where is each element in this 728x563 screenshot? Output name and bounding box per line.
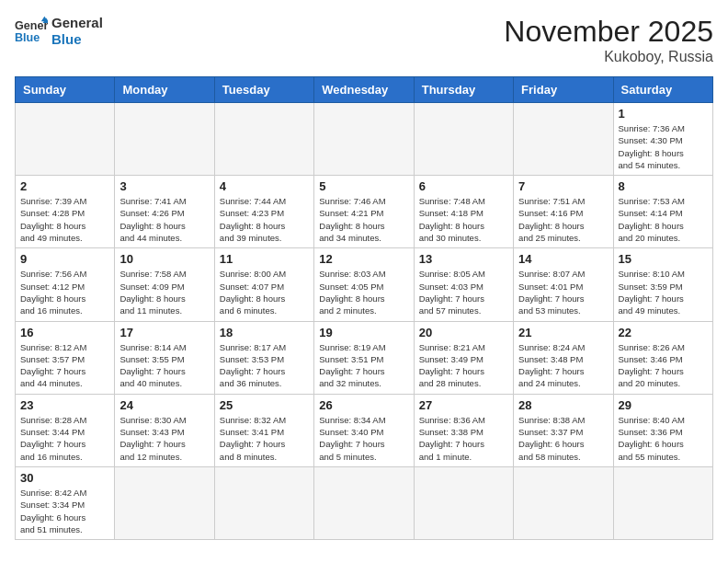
logo-blue: Blue [51,31,103,48]
day-info: Sunrise: 8:10 AM Sunset: 3:59 PM Dayligh… [619,268,708,316]
day-info: Sunrise: 7:36 AM Sunset: 4:30 PM Dayligh… [619,122,708,171]
day-info: Sunrise: 8:00 AM Sunset: 4:07 PM Dayligh… [220,268,309,316]
day-number: 20 [419,326,508,339]
day-number: 18 [220,326,309,339]
day-info: Sunrise: 8:05 AM Sunset: 4:03 PM Dayligh… [419,268,508,316]
day-info: Sunrise: 8:21 AM Sunset: 3:49 PM Dayligh… [419,341,508,390]
calendar-cell [16,103,115,176]
calendar-header-saturday: Saturday [613,77,712,103]
day-number: 22 [619,326,708,339]
day-info: Sunrise: 8:17 AM Sunset: 3:53 PM Dayligh… [220,341,309,390]
day-info: Sunrise: 8:28 AM Sunset: 3:44 PM Dayligh… [20,414,109,463]
logo: General Blue General Blue [15,15,103,48]
calendar-cell: 5Sunrise: 7:46 AM Sunset: 4:21 PM Daylig… [314,176,414,248]
calendar-week-row: 16Sunrise: 8:12 AM Sunset: 3:57 PM Dayli… [16,321,713,394]
calendar-cell: 15Sunrise: 8:10 AM Sunset: 3:59 PM Dayli… [613,248,712,321]
day-number: 14 [518,252,608,266]
day-info: Sunrise: 8:19 AM Sunset: 3:51 PM Dayligh… [319,341,408,390]
calendar-cell: 27Sunrise: 8:36 AM Sunset: 3:38 PM Dayli… [414,394,513,466]
calendar-cell: 12Sunrise: 8:03 AM Sunset: 4:05 PM Dayli… [314,248,414,321]
day-number: 5 [319,179,408,193]
calendar-cell: 8Sunrise: 7:53 AM Sunset: 4:14 PM Daylig… [613,176,712,248]
day-number: 19 [319,326,408,339]
logo-general: General [51,15,103,31]
calendar-cell [414,103,513,176]
calendar-cell: 6Sunrise: 7:48 AM Sunset: 4:18 PM Daylig… [414,176,513,248]
calendar-cell: 14Sunrise: 8:07 AM Sunset: 4:01 PM Dayli… [514,248,613,321]
calendar-header-friday: Friday [514,77,613,103]
day-number: 3 [119,179,209,193]
day-info: Sunrise: 7:58 AM Sunset: 4:09 PM Dayligh… [119,268,209,316]
calendar-cell: 21Sunrise: 8:24 AM Sunset: 3:48 PM Dayli… [514,321,613,394]
calendar-header-monday: Monday [115,77,214,103]
calendar-cell: 29Sunrise: 8:40 AM Sunset: 3:36 PM Dayli… [613,394,712,466]
day-number: 8 [619,179,708,193]
calendar-cell: 11Sunrise: 8:00 AM Sunset: 4:07 PM Dayli… [214,248,313,321]
day-info: Sunrise: 8:07 AM Sunset: 4:01 PM Dayligh… [518,268,608,316]
day-number: 28 [518,398,608,412]
calendar-cell [214,103,313,176]
calendar-header-row: SundayMondayTuesdayWednesdayThursdayFrid… [16,77,713,103]
calendar-week-row: 9Sunrise: 7:56 AM Sunset: 4:12 PM Daylig… [16,248,713,321]
day-number: 7 [518,179,608,193]
calendar-header-wednesday: Wednesday [314,77,414,103]
calendar-week-row: 23Sunrise: 8:28 AM Sunset: 3:44 PM Dayli… [16,394,713,466]
calendar-header-sunday: Sunday [16,77,115,103]
day-number: 29 [619,398,708,412]
day-number: 21 [518,326,608,339]
day-info: Sunrise: 7:39 AM Sunset: 4:28 PM Dayligh… [20,195,109,244]
calendar-week-row: 30Sunrise: 8:42 AM Sunset: 3:34 PM Dayli… [16,466,713,539]
day-info: Sunrise: 8:38 AM Sunset: 3:37 PM Dayligh… [518,414,608,463]
calendar-header-tuesday: Tuesday [214,77,313,103]
calendar-cell [613,466,712,539]
day-number: 27 [419,398,508,412]
calendar-cell [314,103,414,176]
calendar-cell: 25Sunrise: 8:32 AM Sunset: 3:41 PM Dayli… [214,394,313,466]
day-info: Sunrise: 8:24 AM Sunset: 3:48 PM Dayligh… [518,341,608,390]
day-info: Sunrise: 8:32 AM Sunset: 3:41 PM Dayligh… [220,414,309,463]
calendar-cell: 17Sunrise: 8:14 AM Sunset: 3:55 PM Dayli… [115,321,214,394]
calendar-cell: 23Sunrise: 8:28 AM Sunset: 3:44 PM Dayli… [16,394,115,466]
calendar-cell: 3Sunrise: 7:41 AM Sunset: 4:26 PM Daylig… [115,176,214,248]
calendar-cell: 20Sunrise: 8:21 AM Sunset: 3:49 PM Dayli… [414,321,513,394]
calendar-cell: 28Sunrise: 8:38 AM Sunset: 3:37 PM Dayli… [514,394,613,466]
page-subtitle: Kukoboy, Russia [504,49,713,65]
calendar-cell: 10Sunrise: 7:58 AM Sunset: 4:09 PM Dayli… [115,248,214,321]
day-info: Sunrise: 7:48 AM Sunset: 4:18 PM Dayligh… [419,195,508,244]
calendar-cell [514,103,613,176]
day-number: 25 [220,398,309,412]
calendar-cell [514,466,613,539]
calendar-cell [314,466,414,539]
calendar-week-row: 1Sunrise: 7:36 AM Sunset: 4:30 PM Daylig… [16,103,713,176]
day-info: Sunrise: 7:46 AM Sunset: 4:21 PM Dayligh… [319,195,408,244]
header: General Blue General Blue November 2025 … [15,15,713,65]
day-info: Sunrise: 8:14 AM Sunset: 3:55 PM Dayligh… [119,341,209,390]
day-number: 1 [619,107,708,121]
day-info: Sunrise: 7:53 AM Sunset: 4:14 PM Dayligh… [619,195,708,244]
day-info: Sunrise: 7:44 AM Sunset: 4:23 PM Dayligh… [220,195,309,244]
day-number: 12 [319,252,408,266]
calendar-cell: 19Sunrise: 8:19 AM Sunset: 3:51 PM Dayli… [314,321,414,394]
day-number: 6 [419,179,508,193]
day-number: 4 [220,179,309,193]
day-number: 26 [319,398,408,412]
day-number: 15 [619,252,708,266]
day-info: Sunrise: 7:41 AM Sunset: 4:26 PM Dayligh… [119,195,209,244]
day-info: Sunrise: 7:56 AM Sunset: 4:12 PM Dayligh… [20,268,109,316]
page-title: November 2025 [504,15,713,49]
day-info: Sunrise: 8:36 AM Sunset: 3:38 PM Dayligh… [419,414,508,463]
day-info: Sunrise: 7:51 AM Sunset: 4:16 PM Dayligh… [518,195,608,244]
day-info: Sunrise: 8:12 AM Sunset: 3:57 PM Dayligh… [20,341,109,390]
calendar-cell: 9Sunrise: 7:56 AM Sunset: 4:12 PM Daylig… [16,248,115,321]
calendar-cell: 13Sunrise: 8:05 AM Sunset: 4:03 PM Dayli… [414,248,513,321]
calendar-cell [414,466,513,539]
calendar-cell: 24Sunrise: 8:30 AM Sunset: 3:43 PM Dayli… [115,394,214,466]
calendar-header-thursday: Thursday [414,77,513,103]
day-info: Sunrise: 8:03 AM Sunset: 4:05 PM Dayligh… [319,268,408,316]
title-area: November 2025 Kukoboy, Russia [504,15,713,65]
logo-icon: General Blue [15,15,48,48]
day-number: 16 [20,326,109,339]
calendar-cell: 18Sunrise: 8:17 AM Sunset: 3:53 PM Dayli… [214,321,313,394]
calendar-cell: 4Sunrise: 7:44 AM Sunset: 4:23 PM Daylig… [214,176,313,248]
svg-text:Blue: Blue [15,31,40,44]
